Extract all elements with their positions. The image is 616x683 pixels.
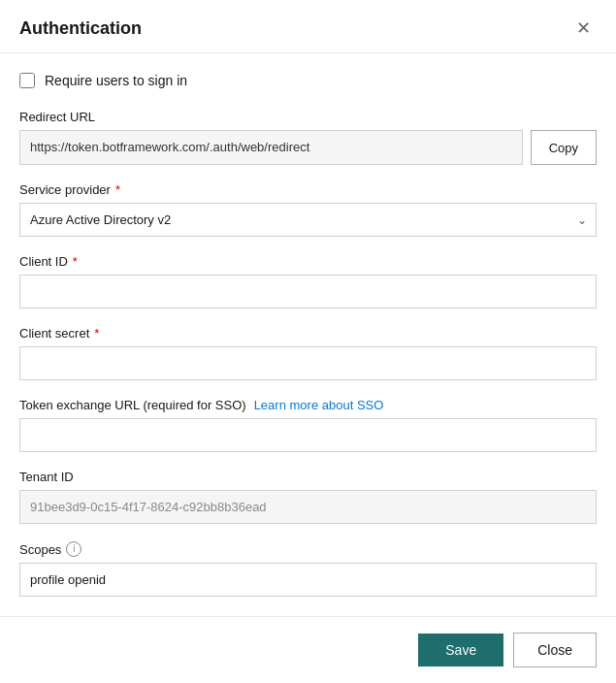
service-provider-label: Service provider *	[19, 182, 597, 197]
tenant-id-label: Tenant ID	[19, 470, 597, 484]
client-secret-required: *	[94, 326, 99, 341]
client-id-required: *	[73, 254, 78, 269]
save-button[interactable]: Save	[418, 634, 503, 667]
scopes-input[interactable]	[19, 563, 597, 597]
token-exchange-label-row: Token exchange URL (required for SSO) Le…	[19, 398, 597, 412]
redirect-url-row: https://token.botframework.com/.auth/web…	[19, 130, 597, 165]
require-signin-label[interactable]: Require users to sign in	[45, 73, 187, 88]
client-secret-label: Client secret *	[19, 326, 597, 341]
redirect-url-value: https://token.botframework.com/.auth/web…	[19, 130, 523, 165]
client-secret-group: Client secret *	[19, 326, 597, 380]
close-button[interactable]: Close	[513, 633, 597, 667]
dialog-title: Authentication	[19, 18, 142, 39]
scopes-info-icon[interactable]: i	[66, 541, 81, 557]
client-id-label: Client ID *	[19, 254, 597, 269]
dialog-footer: Save Close	[0, 616, 616, 683]
dialog-header: Authentication ✕	[0, 0, 616, 53]
dialog-close-icon[interactable]: ✕	[570, 17, 597, 39]
client-id-input[interactable]	[19, 275, 597, 309]
learn-more-sso-link[interactable]: Learn more about SSO	[254, 398, 384, 412]
tenant-id-group: Tenant ID	[19, 470, 597, 524]
require-signin-row: Require users to sign in	[19, 73, 597, 88]
service-provider-group: Service provider * Azure Active Director…	[19, 182, 597, 237]
service-provider-select[interactable]: Azure Active Directory v2GitHubGoogleFac…	[19, 203, 597, 237]
redirect-url-group: Redirect URL https://token.botframework.…	[19, 110, 597, 165]
require-signin-checkbox[interactable]	[19, 73, 35, 88]
authentication-dialog: Authentication ✕ Require users to sign i…	[0, 0, 616, 683]
redirect-url-label: Redirect URL	[19, 110, 597, 124]
token-exchange-url-input[interactable]	[19, 418, 597, 452]
tenant-id-input	[19, 490, 597, 524]
service-provider-required: *	[115, 182, 120, 197]
scopes-label-row: Scopes i	[19, 541, 597, 557]
dialog-body: Require users to sign in Redirect URL ht…	[0, 53, 616, 616]
token-exchange-url-label: Token exchange URL (required for SSO)	[19, 398, 246, 412]
client-id-group: Client ID *	[19, 254, 597, 309]
service-provider-wrapper: Azure Active Directory v2GitHubGoogleFac…	[19, 203, 597, 237]
copy-button[interactable]: Copy	[531, 130, 597, 165]
client-secret-input[interactable]	[19, 346, 597, 380]
token-exchange-url-group: Token exchange URL (required for SSO) Le…	[19, 398, 597, 452]
scopes-group: Scopes i	[19, 541, 597, 597]
